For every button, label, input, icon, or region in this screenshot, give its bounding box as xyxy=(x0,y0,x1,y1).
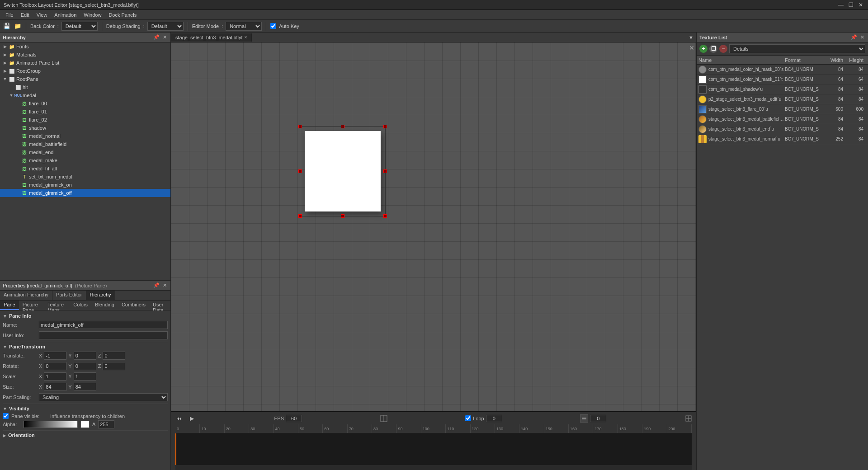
handle-bot-right[interactable] xyxy=(383,214,387,218)
subtab-combiners[interactable]: Combiners xyxy=(118,301,149,310)
texture-row-6[interactable]: stage_select_btn3_medal_end`u BC7_UNORM_… xyxy=(697,124,868,134)
minimize-button[interactable]: — xyxy=(837,1,844,9)
menu-view[interactable]: View xyxy=(33,11,51,19)
name-input[interactable] xyxy=(39,321,168,329)
tree-item-fonts[interactable]: ▶ 📁 Fonts xyxy=(0,42,170,51)
subtab-picture-pane[interactable]: Picture Pane xyxy=(19,301,44,310)
close-button[interactable]: ✕ xyxy=(857,1,864,9)
timeline-expand-btn[interactable] xyxy=(380,415,387,422)
loop-value-input[interactable] xyxy=(486,415,502,422)
loop-checkbox[interactable] xyxy=(465,415,471,421)
subtab-blending[interactable]: Blending xyxy=(91,301,118,310)
tree-item-flare02[interactable]: 🖼 flare_02 xyxy=(0,116,170,124)
translate-y-input[interactable] xyxy=(74,352,96,360)
tree-item-flare00[interactable]: 🖼 flare_00 xyxy=(0,99,170,108)
tree-item-rootpane[interactable]: ▼ ⬜ RootPane xyxy=(0,75,170,83)
texture-add-btn[interactable]: + xyxy=(699,45,708,53)
tree-item-medal-battlefield[interactable]: 🖼 medal_battlefield xyxy=(0,140,170,148)
tree-item-medal-normal[interactable]: 🖼 medal_normal xyxy=(0,132,170,140)
texture-pin-btn[interactable]: 📌 xyxy=(851,34,857,41)
handle-top-right[interactable] xyxy=(383,125,387,128)
canvas-close-x-btn[interactable]: ✕ xyxy=(689,44,694,52)
hierarchy-close-btn[interactable]: ✕ xyxy=(161,34,168,41)
texture-row-7[interactable]: stage_select_btn3_medal_normal`u BC7_UNO… xyxy=(697,134,868,144)
canvas-tab-close[interactable]: × xyxy=(245,35,247,40)
texture-row-4[interactable]: stage_select_btn3_flare_00`u BC7_UNORM_S… xyxy=(697,104,868,114)
pane-visible-checkbox[interactable] xyxy=(3,413,9,419)
rotate-y-input[interactable] xyxy=(74,362,96,370)
texture-close-btn[interactable]: ✕ xyxy=(859,34,865,41)
handle-top-center[interactable] xyxy=(341,125,344,128)
texture-view-select[interactable]: Details xyxy=(729,44,865,53)
tree-item-shadow[interactable]: 🖼 shadow xyxy=(0,124,170,132)
handle-mid-left[interactable] xyxy=(298,169,302,173)
tree-item-medal-hl-all[interactable]: 🖼 medal_hl_all xyxy=(0,164,170,173)
texture-del-btn[interactable]: − xyxy=(719,45,727,53)
expand-icon-materials[interactable]: ▶ xyxy=(2,52,8,58)
maximize-button[interactable]: ❐ xyxy=(847,1,854,9)
tree-item-medal[interactable]: ▼ NUL medal xyxy=(0,91,170,99)
canvas-tab-main[interactable]: stage_select_btn3_medal.bflyt × xyxy=(171,33,252,42)
frame-value-input[interactable] xyxy=(590,415,606,422)
tree-item-animated-pane[interactable]: ▶ 📁 Animated Pane List xyxy=(0,59,170,67)
menu-file[interactable]: File xyxy=(2,11,17,19)
expand-icon-anim-pane[interactable]: ▶ xyxy=(2,60,8,66)
tree-item-medal-make[interactable]: 🖼 medal_make xyxy=(0,156,170,164)
texture-row-3[interactable]: p2_stage_select_btn3_medal_edit`u BC7_UN… xyxy=(697,94,868,104)
rotate-z-input[interactable] xyxy=(103,362,125,370)
tab-parts-editor[interactable]: Parts Editor xyxy=(52,291,86,300)
translate-z-input[interactable] xyxy=(103,352,125,360)
user-info-input[interactable] xyxy=(39,331,168,339)
handle-mid-right[interactable] xyxy=(383,169,387,173)
texture-row-5[interactable]: stage_select_btn3_medal_battlefield`u BC… xyxy=(697,114,868,124)
pane-info-section[interactable]: ▼ Pane Info xyxy=(3,313,168,319)
canvas-grid[interactable]: ✕ xyxy=(171,42,696,411)
tree-item-medal-end[interactable]: 🖼 medal_end xyxy=(0,148,170,156)
alpha-bar[interactable] xyxy=(24,421,78,428)
frame-input-btn[interactable] xyxy=(580,414,588,423)
layout-element[interactable] xyxy=(300,126,386,216)
expand-icon-fonts[interactable]: ▶ xyxy=(2,43,8,50)
scale-x-input[interactable] xyxy=(44,372,66,381)
menu-edit[interactable]: Edit xyxy=(17,11,33,19)
texture-dup-btn[interactable]: ❐ xyxy=(709,45,717,53)
expand-icon-medal[interactable]: ▼ xyxy=(8,92,14,99)
rotate-x-input[interactable] xyxy=(44,362,66,370)
pane-transform-section[interactable]: ▼ PaneTransform xyxy=(3,344,168,349)
translate-x-input[interactable] xyxy=(44,352,66,360)
expand-icon-rootgroup[interactable]: ▶ xyxy=(2,68,8,74)
texture-row-2[interactable]: com_btn_medal_shadow`u BC7_UNORM_S 84 84 xyxy=(697,85,868,94)
menu-animation[interactable]: Animation xyxy=(51,11,80,19)
handle-bot-left[interactable] xyxy=(298,214,302,218)
open-icon[interactable]: 📁 xyxy=(14,22,22,30)
tree-item-rootgroup[interactable]: ▶ ⬜ RootGroup xyxy=(0,67,170,75)
handle-top-left[interactable] xyxy=(298,125,302,128)
auto-key-checkbox[interactable] xyxy=(270,23,276,29)
tree-item-gimmick-off[interactable]: 🖼 medal_gimmick_off xyxy=(0,189,170,197)
tree-item-flare01[interactable]: 🖼 flare_01 xyxy=(0,108,170,116)
scale-y-input[interactable] xyxy=(74,372,96,381)
subtab-pane[interactable]: Pane xyxy=(0,301,19,310)
orientation-section[interactable]: ▶ Orientation xyxy=(3,432,168,438)
timeline-zoom-btn[interactable] xyxy=(684,414,693,423)
size-y-input[interactable] xyxy=(74,383,96,391)
prop-pin-btn[interactable]: 📌 xyxy=(153,282,160,289)
tree-item-hit[interactable]: ⬜ hit xyxy=(0,83,170,91)
part-scaling-select[interactable]: Scaling xyxy=(39,393,168,401)
back-color-select[interactable]: Default xyxy=(61,22,98,31)
subtab-colors[interactable]: Colors xyxy=(70,301,91,310)
tab-hierarchy[interactable]: Hierarchy xyxy=(86,291,115,300)
play-back-btn[interactable]: ⏮ xyxy=(175,414,184,423)
subtab-user-data[interactable]: User Data xyxy=(149,301,170,310)
tree-item-materials[interactable]: ▶ 📁 Materials xyxy=(0,51,170,59)
tree-item-gimmick-on[interactable]: 🖼 medal_gimmick_on xyxy=(0,181,170,189)
fps-input[interactable] xyxy=(286,415,302,422)
visibility-section[interactable]: ▼ Visibility xyxy=(3,406,168,411)
texture-row-1[interactable]: com_btn_medal_color_hl_mask_01`t BC5_UNO… xyxy=(697,75,868,85)
tab-animation-hierarchy[interactable]: Animation Hierarchy xyxy=(0,291,52,300)
size-x-input[interactable] xyxy=(44,383,66,391)
alpha-value-input[interactable] xyxy=(98,420,114,428)
menu-window[interactable]: Window xyxy=(80,11,105,19)
canvas-tab-arrow[interactable]: ▼ xyxy=(686,33,696,42)
texture-row-0[interactable]: com_btn_medal_color_hl_mask_00`s BC4_UNO… xyxy=(697,65,868,75)
